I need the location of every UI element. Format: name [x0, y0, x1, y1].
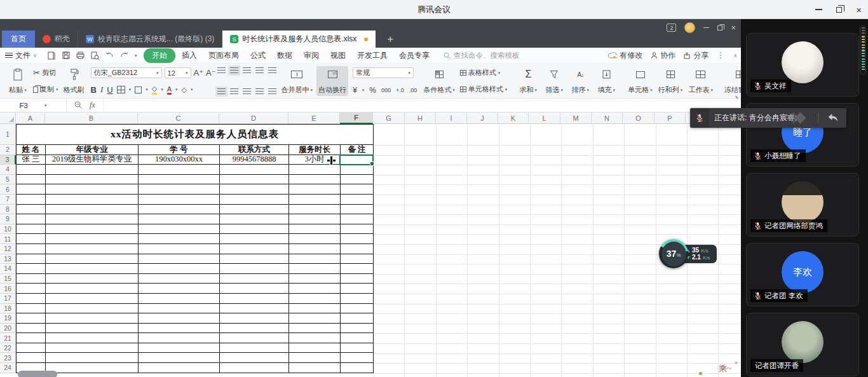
table-empty-row-6-cell-3[interactable] [220, 184, 289, 195]
table-empty-row-18-cell-2[interactable] [139, 304, 220, 314]
save-icon[interactable] [62, 51, 71, 60]
column-header-I[interactable]: I [436, 113, 467, 124]
table-empty-row-23-cell-2[interactable] [139, 353, 220, 363]
cut-button[interactable]: ✂剪切 [32, 67, 60, 78]
table-empty-row-5-cell-1[interactable] [46, 175, 139, 185]
font-size-select[interactable]: 12▾ [165, 67, 191, 78]
row-header-24[interactable]: 24 [0, 363, 16, 373]
table-empty-row-17-cell-2[interactable] [139, 294, 220, 304]
reply-arrow-icon[interactable] [827, 113, 839, 125]
file-menu[interactable]: 文件 ∨ [0, 50, 42, 61]
table-empty-row-10-cell-1[interactable] [46, 224, 139, 235]
row-header-20[interactable]: 20 [0, 324, 16, 334]
table-data-row-cell-3[interactable]: 99945678888 [220, 155, 289, 165]
row-header-3[interactable]: 3 [0, 155, 16, 165]
table-empty-row-11-cell-2[interactable] [139, 234, 220, 244]
row-header-11[interactable]: 11 [0, 234, 16, 244]
table-empty-row-11-cell-1[interactable] [46, 234, 139, 244]
mic-muted-icon[interactable] [690, 108, 709, 128]
currency-format-icon[interactable]: ¥ [353, 86, 357, 95]
collapse-ribbon-icon[interactable]: ∧ [733, 53, 737, 58]
table-empty-row-12-cell-3[interactable] [220, 244, 289, 254]
table-empty-row-6-cell-5[interactable] [341, 184, 374, 195]
row-header-7[interactable]: 7 [0, 195, 16, 205]
table-empty-row-6-cell-2[interactable] [139, 184, 220, 195]
column-header-M[interactable]: M [560, 113, 592, 124]
thousands-format-icon[interactable]: 000 [381, 87, 391, 93]
table-empty-row-4-cell-1[interactable] [46, 165, 139, 175]
align-right-icon[interactable] [243, 88, 251, 95]
table-empty-row-21-cell-3[interactable] [220, 333, 289, 343]
menu-item-data[interactable]: 数据 [272, 49, 297, 62]
table-header-row-cell-1[interactable]: 年级专业 [46, 145, 139, 155]
table-header-row-cell-5[interactable]: 备 注 [341, 145, 374, 155]
column-header-L[interactable]: L [529, 113, 560, 124]
table-data-row-cell-1[interactable]: 2019级生物科学类专业 [46, 155, 139, 165]
row-header-8[interactable]: 8 [0, 205, 16, 215]
fill-button[interactable]: 填充▾ [594, 66, 618, 96]
window-count-badge[interactable]: 2 [667, 24, 676, 32]
table-empty-row-6-cell-0[interactable] [17, 184, 46, 195]
table-empty-row-10-cell-5[interactable] [341, 224, 374, 235]
table-empty-row-14-cell-0[interactable] [17, 264, 46, 274]
column-header-D[interactable]: D [219, 113, 288, 124]
table-empty-row-12-cell-2[interactable] [139, 244, 220, 254]
column-header-K[interactable]: K [498, 113, 529, 124]
menu-item-formulas[interactable]: 公式 [245, 49, 271, 62]
wrap-text-button[interactable]: 自动换行 [316, 66, 348, 96]
close-icon[interactable]: × [856, 5, 862, 15]
table-empty-row-12-cell-1[interactable] [46, 244, 139, 254]
table-empty-row-23-cell-3[interactable] [220, 353, 289, 363]
table-empty-row-20-cell-1[interactable] [46, 324, 139, 334]
participant-tile[interactable]: 李欢记者团 李欢 [746, 243, 859, 306]
table-empty-row-6-cell-4[interactable] [289, 184, 341, 195]
table-empty-row-8-cell-1[interactable] [46, 205, 139, 215]
table-empty-row-22-cell-1[interactable] [46, 343, 139, 353]
more-menu-icon[interactable]: ⋮ [717, 51, 725, 60]
underline-button[interactable]: U [107, 85, 112, 95]
table-empty-row-17-cell-1[interactable] [46, 294, 139, 304]
row-header-15[interactable]: 15 [0, 274, 16, 284]
merge-center-button[interactable]: 合并居中▾ [280, 66, 315, 96]
wps-close-icon[interactable]: × [731, 24, 736, 32]
row-header-10[interactable]: 10 [0, 224, 16, 235]
select-all-corner[interactable] [0, 113, 16, 124]
fill-color-icon[interactable]: ◇ [152, 85, 157, 95]
rows-cols-button[interactable]: 行和列▾ [656, 66, 685, 96]
quick-access-chevron-icon[interactable]: ▾ [135, 53, 137, 58]
table-empty-row-18-cell-3[interactable] [220, 304, 289, 314]
row-header-2[interactable]: 2 [0, 145, 16, 155]
name-box[interactable]: F3 ▾ [0, 99, 67, 112]
align-top-icon[interactable] [217, 67, 226, 74]
table-empty-row-9-cell-4[interactable] [289, 214, 341, 224]
table-header-row-cell-0[interactable]: 姓 名 [17, 145, 46, 155]
table-empty-row-18-cell-0[interactable] [17, 304, 46, 314]
table-empty-row-7-cell-0[interactable] [17, 195, 46, 205]
paste-button[interactable]: 粘贴▾ [6, 66, 30, 96]
table-empty-row-11-cell-3[interactable] [220, 234, 289, 244]
panel-scrollbar[interactable] [860, 25, 866, 75]
table-empty-row-14-cell-3[interactable] [220, 264, 289, 274]
table-empty-row-9-cell-5[interactable] [341, 214, 374, 224]
row-header-22[interactable]: 22 [0, 343, 16, 353]
table-empty-row-24-cell-4[interactable] [289, 363, 341, 373]
table-empty-row-11-cell-5[interactable] [341, 234, 374, 244]
tab-sheet-doc[interactable]: S 时长统计表及服务人员信息表.xlsx [222, 31, 376, 48]
table-empty-row-24-cell-5[interactable] [341, 363, 374, 373]
column-header-E[interactable]: E [288, 113, 340, 124]
column-header-G[interactable]: G [373, 113, 405, 124]
restore-icon[interactable] [836, 7, 842, 13]
redo-icon[interactable] [120, 51, 129, 60]
table-empty-row-15-cell-2[interactable] [139, 274, 220, 284]
table-empty-row-4-cell-0[interactable] [17, 165, 46, 175]
cells-button[interactable]: 单元格▾ [626, 66, 654, 96]
table-empty-row-20-cell-2[interactable] [139, 324, 220, 334]
table-empty-row-4-cell-3[interactable] [220, 165, 289, 175]
table-empty-row-8-cell-4[interactable] [289, 205, 341, 215]
table-empty-row-13-cell-4[interactable] [289, 254, 341, 264]
table-empty-row-19-cell-4[interactable] [289, 313, 341, 324]
row-header-4[interactable]: 4 [0, 165, 16, 175]
table-empty-row-20-cell-5[interactable] [341, 324, 374, 334]
table-empty-row-4-cell-4[interactable] [289, 165, 341, 175]
row-header-6[interactable]: 6 [0, 184, 16, 195]
